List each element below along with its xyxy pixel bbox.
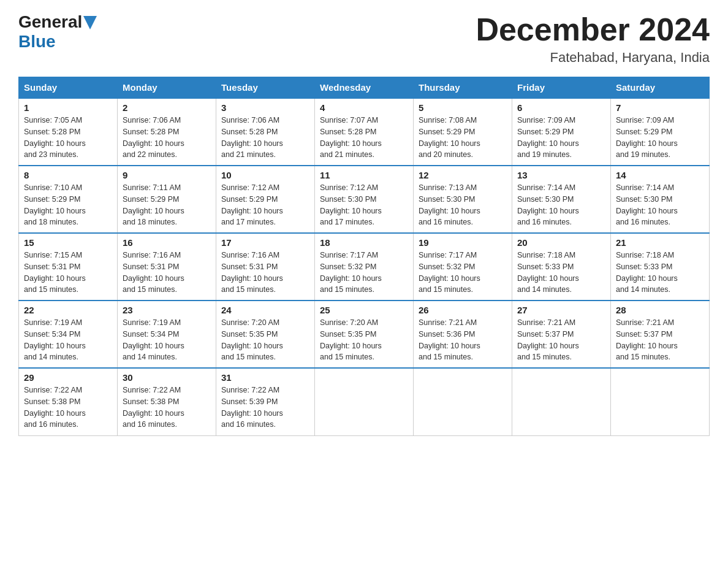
calendar-week-row: 29Sunrise: 7:22 AMSunset: 5:38 PMDayligh… <box>19 368 710 435</box>
calendar-week-row: 22Sunrise: 7:19 AMSunset: 5:34 PMDayligh… <box>19 301 710 368</box>
calendar-day-cell: 20Sunrise: 7:18 AMSunset: 5:33 PMDayligh… <box>512 233 611 301</box>
day-number: 28 <box>616 305 704 315</box>
day-number: 1 <box>24 102 112 113</box>
day-number: 18 <box>320 237 408 248</box>
day-number: 24 <box>221 305 309 315</box>
day-number: 16 <box>123 237 211 248</box>
weekday-header-saturday: Saturday <box>611 77 710 99</box>
calendar-week-row: 8Sunrise: 7:10 AMSunset: 5:29 PMDaylight… <box>19 166 710 233</box>
calendar-day-cell: 6Sunrise: 7:09 AMSunset: 5:29 PMDaylight… <box>512 98 611 166</box>
day-info: Sunrise: 7:12 AMSunset: 5:30 PMDaylight:… <box>320 182 408 228</box>
day-number: 26 <box>419 305 507 315</box>
calendar-day-cell: 22Sunrise: 7:19 AMSunset: 5:34 PMDayligh… <box>19 301 118 368</box>
title-block: December 2024 Fatehabad, Haryana, India <box>476 12 710 66</box>
day-info: Sunrise: 7:05 AMSunset: 5:28 PMDaylight:… <box>24 115 112 161</box>
weekday-header-thursday: Thursday <box>414 77 512 99</box>
calendar-day-cell: 21Sunrise: 7:18 AMSunset: 5:33 PMDayligh… <box>611 233 710 301</box>
calendar-day-cell: 28Sunrise: 7:21 AMSunset: 5:37 PMDayligh… <box>611 301 710 368</box>
day-number: 11 <box>320 170 408 180</box>
day-number: 13 <box>517 170 605 180</box>
calendar-day-cell: 17Sunrise: 7:16 AMSunset: 5:31 PMDayligh… <box>216 233 315 301</box>
day-number: 4 <box>320 102 408 113</box>
day-number: 19 <box>419 237 507 248</box>
calendar-day-cell: 31Sunrise: 7:22 AMSunset: 5:39 PMDayligh… <box>216 368 315 435</box>
day-number: 9 <box>123 170 211 180</box>
day-info: Sunrise: 7:17 AMSunset: 5:32 PMDaylight:… <box>320 250 408 296</box>
page-header: General Blue December 2024 Fatehabad, Ha… <box>18 12 710 66</box>
calendar-day-cell: 15Sunrise: 7:15 AMSunset: 5:31 PMDayligh… <box>19 233 118 301</box>
calendar-day-cell: 4Sunrise: 7:07 AMSunset: 5:28 PMDaylight… <box>315 98 414 166</box>
calendar-day-cell: 11Sunrise: 7:12 AMSunset: 5:30 PMDayligh… <box>315 166 414 233</box>
day-number: 17 <box>221 237 309 248</box>
day-info: Sunrise: 7:14 AMSunset: 5:30 PMDaylight:… <box>616 182 704 228</box>
calendar-day-cell: 19Sunrise: 7:17 AMSunset: 5:32 PMDayligh… <box>414 233 512 301</box>
day-info: Sunrise: 7:16 AMSunset: 5:31 PMDaylight:… <box>123 250 211 296</box>
calendar-day-cell: 14Sunrise: 7:14 AMSunset: 5:30 PMDayligh… <box>611 166 710 233</box>
calendar-day-cell: 13Sunrise: 7:14 AMSunset: 5:30 PMDayligh… <box>512 166 611 233</box>
calendar-day-cell: 10Sunrise: 7:12 AMSunset: 5:29 PMDayligh… <box>216 166 315 233</box>
day-info: Sunrise: 7:18 AMSunset: 5:33 PMDaylight:… <box>616 250 704 296</box>
day-info: Sunrise: 7:08 AMSunset: 5:29 PMDaylight:… <box>419 115 507 161</box>
day-info: Sunrise: 7:12 AMSunset: 5:29 PMDaylight:… <box>221 182 309 228</box>
day-number: 21 <box>616 237 704 248</box>
day-info: Sunrise: 7:14 AMSunset: 5:30 PMDaylight:… <box>517 182 605 228</box>
day-number: 31 <box>221 372 309 383</box>
logo-triangle-icon <box>83 16 97 29</box>
day-number: 3 <box>221 102 309 113</box>
calendar-day-cell: 3Sunrise: 7:06 AMSunset: 5:28 PMDaylight… <box>216 98 315 166</box>
day-number: 22 <box>24 305 112 315</box>
day-number: 5 <box>419 102 507 113</box>
calendar-day-cell: 18Sunrise: 7:17 AMSunset: 5:32 PMDayligh… <box>315 233 414 301</box>
day-info: Sunrise: 7:22 AMSunset: 5:38 PMDaylight:… <box>123 385 211 431</box>
day-number: 2 <box>123 102 211 113</box>
day-number: 25 <box>320 305 408 315</box>
day-number: 15 <box>24 237 112 248</box>
calendar-day-cell: 26Sunrise: 7:21 AMSunset: 5:36 PMDayligh… <box>414 301 512 368</box>
calendar-day-cell: 12Sunrise: 7:13 AMSunset: 5:30 PMDayligh… <box>414 166 512 233</box>
day-info: Sunrise: 7:21 AMSunset: 5:37 PMDaylight:… <box>616 317 704 363</box>
day-number: 6 <box>517 102 605 113</box>
day-info: Sunrise: 7:09 AMSunset: 5:29 PMDaylight:… <box>616 115 704 161</box>
day-info: Sunrise: 7:06 AMSunset: 5:28 PMDaylight:… <box>123 115 211 161</box>
logo: General Blue <box>18 12 97 52</box>
day-info: Sunrise: 7:21 AMSunset: 5:37 PMDaylight:… <box>517 317 605 363</box>
day-info: Sunrise: 7:09 AMSunset: 5:29 PMDaylight:… <box>517 115 605 161</box>
day-info: Sunrise: 7:18 AMSunset: 5:33 PMDaylight:… <box>517 250 605 296</box>
day-info: Sunrise: 7:19 AMSunset: 5:34 PMDaylight:… <box>123 317 211 363</box>
calendar-day-cell: 8Sunrise: 7:10 AMSunset: 5:29 PMDaylight… <box>19 166 118 233</box>
weekday-header-monday: Monday <box>118 77 216 99</box>
weekday-header-friday: Friday <box>512 77 611 99</box>
calendar-day-cell: 5Sunrise: 7:08 AMSunset: 5:29 PMDaylight… <box>414 98 512 166</box>
calendar-day-cell: 24Sunrise: 7:20 AMSunset: 5:35 PMDayligh… <box>216 301 315 368</box>
calendar-empty-cell <box>414 368 512 435</box>
calendar-day-cell: 27Sunrise: 7:21 AMSunset: 5:37 PMDayligh… <box>512 301 611 368</box>
calendar-day-cell: 7Sunrise: 7:09 AMSunset: 5:29 PMDaylight… <box>611 98 710 166</box>
weekday-header-wednesday: Wednesday <box>315 77 414 99</box>
weekday-header-sunday: Sunday <box>19 77 118 99</box>
calendar-day-cell: 25Sunrise: 7:20 AMSunset: 5:35 PMDayligh… <box>315 301 414 368</box>
day-info: Sunrise: 7:22 AMSunset: 5:38 PMDaylight:… <box>24 385 112 431</box>
day-info: Sunrise: 7:20 AMSunset: 5:35 PMDaylight:… <box>320 317 408 363</box>
calendar-day-cell: 16Sunrise: 7:16 AMSunset: 5:31 PMDayligh… <box>118 233 216 301</box>
day-info: Sunrise: 7:21 AMSunset: 5:36 PMDaylight:… <box>419 317 507 363</box>
calendar-day-cell: 23Sunrise: 7:19 AMSunset: 5:34 PMDayligh… <box>118 301 216 368</box>
day-number: 10 <box>221 170 309 180</box>
calendar-day-cell: 9Sunrise: 7:11 AMSunset: 5:29 PMDaylight… <box>118 166 216 233</box>
day-info: Sunrise: 7:16 AMSunset: 5:31 PMDaylight:… <box>221 250 309 296</box>
day-info: Sunrise: 7:20 AMSunset: 5:35 PMDaylight:… <box>221 317 309 363</box>
day-info: Sunrise: 7:13 AMSunset: 5:30 PMDaylight:… <box>419 182 507 228</box>
logo-blue-text: Blue <box>18 32 56 52</box>
day-info: Sunrise: 7:11 AMSunset: 5:29 PMDaylight:… <box>123 182 211 228</box>
logo-general-text: General <box>18 12 82 32</box>
calendar-title: December 2024 <box>476 12 710 47</box>
day-info: Sunrise: 7:15 AMSunset: 5:31 PMDaylight:… <box>24 250 112 296</box>
calendar-empty-cell <box>512 368 611 435</box>
weekday-header-row: SundayMondayTuesdayWednesdayThursdayFrid… <box>19 77 710 99</box>
day-number: 14 <box>616 170 704 180</box>
day-number: 27 <box>517 305 605 315</box>
calendar-day-cell: 30Sunrise: 7:22 AMSunset: 5:38 PMDayligh… <box>118 368 216 435</box>
day-number: 23 <box>123 305 211 315</box>
calendar-empty-cell <box>611 368 710 435</box>
calendar-day-cell: 2Sunrise: 7:06 AMSunset: 5:28 PMDaylight… <box>118 98 216 166</box>
day-number: 20 <box>517 237 605 248</box>
